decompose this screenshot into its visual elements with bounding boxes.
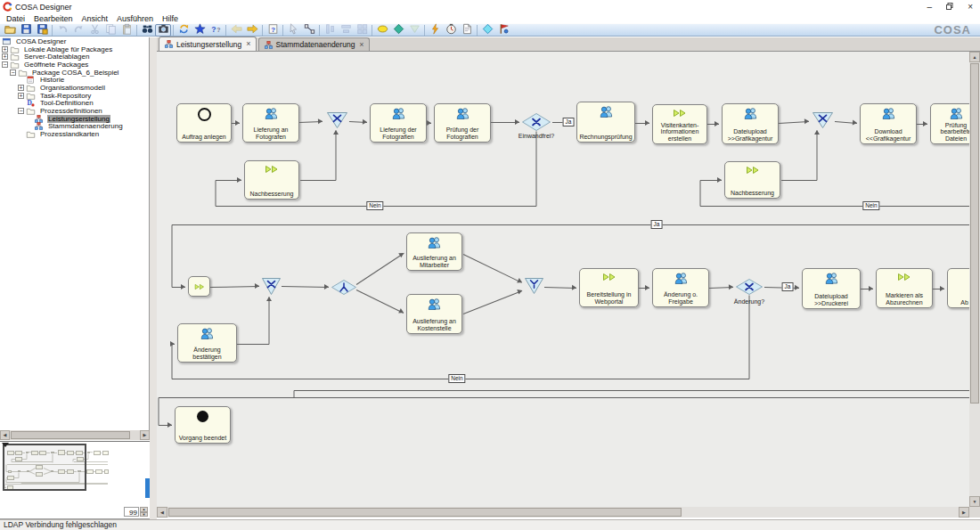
flow-node-visitenkarten-informationen-erstellen[interactable]: Visitenkarten- Informationen erstellen (652, 104, 707, 144)
tree-item-tool-definitionen[interactable]: DTool-Definitionen (0, 100, 149, 108)
scroll-down-icon[interactable]: ▼ (969, 496, 980, 507)
scroll-left-icon[interactable]: ◀ (157, 507, 167, 518)
tree-item-cosa-designer[interactable]: COSA Designer (0, 37, 149, 45)
tree-item-prozesslandkarten[interactable]: Prozesslandkarten (0, 130, 149, 138)
restore-button[interactable] (946, 3, 953, 12)
refresh-button[interactable] (176, 24, 192, 37)
flow-node-subprozess-klein[interactable] (188, 276, 210, 297)
tree-item-ge-ffnete-packages[interactable]: −Geöffnete Packages (0, 61, 149, 69)
tab-leistungserstellung[interactable]: Leistungserstellung× (159, 37, 257, 51)
flow-node-pruefung-bearbeitete-dateien[interactable]: Prüfung bearbeitete Dateien (930, 103, 969, 144)
forward-button[interactable] (244, 24, 260, 37)
edge-condition-label[interactable]: Nein (448, 374, 465, 383)
tree-item-prozessdefinitionen[interactable]: −Prozessdefinitionen (0, 107, 149, 115)
flow-node-vorgang-beendet[interactable]: Vorgang beendet (175, 406, 231, 444)
open-button[interactable] (2, 24, 18, 37)
add-transition-button[interactable] (390, 24, 406, 37)
menu-ansicht[interactable]: Ansicht (78, 14, 113, 23)
tree-item-lokale-ablage-f-r-packages[interactable]: +Lokale Ablage für Packages (0, 45, 149, 53)
flow-gateway-gw-aenderung[interactable] (736, 279, 763, 295)
flow-node-auftrag-anlegen[interactable]: Auftrag anlegen (176, 103, 232, 143)
menu-bearbeiten[interactable]: Bearbeiten (29, 14, 78, 23)
menu-hilfe[interactable]: Hilfe (158, 14, 183, 23)
flow-node-aenderung-o-freigabe[interactable]: Änderung o. Freigabe (652, 268, 709, 307)
edge-condition-label[interactable]: Ja (782, 282, 794, 291)
tree-item-task-repository[interactable]: +Task-Repository (0, 92, 149, 100)
flow-node-dateiupload-druckerei[interactable]: Dateiupload >>Druckerei (802, 268, 861, 309)
add-note-button[interactable] (459, 24, 475, 37)
tree-expander-icon[interactable]: − (18, 108, 24, 114)
scroll-right-icon[interactable]: ▶ (140, 430, 150, 440)
tree-expander-icon[interactable]: − (2, 61, 8, 68)
hscroll-thumb[interactable] (168, 508, 682, 517)
flow-node-bereitstellung-in-webportal[interactable]: Bereitstellung in Webportal (579, 268, 639, 307)
flow-node-ab-abgeschnitten[interactable]: Ab (947, 268, 969, 308)
tree-expander-icon[interactable]: + (18, 93, 24, 99)
flow-node-nachbesserung-2[interactable]: Nachbesserung (724, 161, 780, 199)
tab-stammdatenaenderung[interactable]: Stammdatenaenderung× (258, 37, 370, 51)
flow-node-lieferung-der-fotografien[interactable]: Lieferung der Fotografien (370, 103, 427, 143)
edge-condition-label[interactable]: Nein (366, 201, 383, 210)
flow-gateway-gw-x3[interactable] (262, 278, 281, 295)
tree-item-leistungserstellung[interactable]: Leistungserstellung (0, 115, 149, 123)
flow-gateway-gw-x2[interactable] (813, 112, 833, 128)
tab-close-icon[interactable]: × (244, 40, 250, 48)
connector-tool-button[interactable] (301, 24, 317, 37)
panel-splitter[interactable] (150, 37, 157, 519)
zoom-value-input[interactable]: 99 (124, 507, 139, 517)
menu-ausf-hren[interactable]: Ausführen (112, 14, 158, 23)
tree-item-stammdatenaenderung[interactable]: Stammdatenaenderung (0, 123, 149, 131)
flow-node-pruefung-der-fotografien[interactable]: Prüfung der Fotografien (434, 103, 491, 143)
flow-node-dateiupload-grafikagentur[interactable]: Dateiupload >>Grafikagentur (722, 103, 779, 144)
flow-node-markieren-als-abzurechnen[interactable]: Markieren als Abzurechnen (876, 268, 933, 308)
flow-node-auslieferung-an-kostenstelle[interactable]: Auslieferung an Kostenstelle (406, 294, 462, 334)
tree-item-package-cosa-6-beispiel[interactable]: −Package COSA_6_Beispiel (0, 69, 149, 77)
flow-gateway-gw-join[interactable] (525, 278, 543, 294)
edge-condition-label[interactable]: Ja (651, 220, 663, 229)
vscroll-thumb[interactable] (970, 63, 979, 404)
flow-node-download-grafikagentur[interactable]: Download <<Grafikagentur (860, 103, 917, 144)
flow-node-aenderung-bestaetigen[interactable]: Änderung bestätigen (177, 323, 237, 363)
minimap-handle-icon[interactable] (2, 443, 9, 447)
find-button[interactable] (139, 24, 155, 37)
flow-node-rechnungspruefung[interactable]: Rechnungsprüfung (576, 102, 635, 143)
flow-node-nachbesserung-1[interactable]: Nachbesserung (244, 160, 299, 200)
zoom-down-icon[interactable]: ▼ (140, 512, 148, 518)
tree-horizontal-scrollbar[interactable]: ◀ ▶ (0, 430, 150, 440)
flow-gateway-gw-einwandfrei[interactable] (522, 113, 551, 131)
process-states-button[interactable] (495, 24, 511, 37)
edge-condition-label[interactable]: Ja (563, 118, 575, 126)
scroll-up-icon[interactable]: ▲ (969, 52, 980, 62)
menu-datei[interactable]: Datei (2, 14, 29, 23)
tree-scroll-thumb[interactable] (11, 431, 130, 439)
syntax-check-button[interactable]: ?? (208, 24, 224, 37)
canvas-vertical-scrollbar[interactable]: ▲ ▼ (969, 52, 980, 507)
flow-gateway-gw-x1[interactable] (327, 112, 347, 128)
flow-node-lieferung-an-fotografen[interactable]: Lieferung an Fotografen (242, 103, 299, 143)
save-button[interactable] (18, 24, 34, 37)
minimize-button[interactable]: – (927, 3, 933, 12)
flow-node-auslieferung-an-mitarbeiter[interactable]: Auslieferung an Mitarbeiter (406, 232, 462, 271)
add-state-button[interactable] (374, 24, 390, 37)
add-event-button[interactable] (427, 24, 443, 37)
snapshot-button[interactable] (155, 24, 171, 37)
tree-expander-icon[interactable]: + (2, 53, 8, 60)
favorites-button[interactable] (192, 24, 208, 37)
help-button[interactable]: ? (265, 24, 281, 37)
scroll-left-icon[interactable]: ◀ (0, 430, 10, 440)
tree-expander-icon[interactable]: − (10, 69, 16, 76)
edge-condition-label[interactable]: Nein (862, 201, 879, 210)
tab-close-icon[interactable]: × (357, 41, 363, 49)
add-timer-button[interactable] (443, 24, 459, 37)
minimap-viewport[interactable] (3, 444, 86, 491)
tree-item-organisationsmodell[interactable]: +Organisationsmodell (0, 84, 149, 92)
tree-expander-icon[interactable]: + (18, 85, 24, 91)
canvas-horizontal-scrollbar[interactable]: ◀ ▶ (157, 507, 969, 518)
close-button[interactable]: × (968, 3, 973, 12)
flow-gateway-gw-split[interactable] (331, 280, 356, 295)
save-all-button[interactable] (34, 24, 50, 37)
check-model-button[interactable] (479, 24, 495, 37)
tree-item-server-dateiablagen[interactable]: +Server-Dateiablagen (0, 53, 149, 61)
tree-item-historie[interactable]: Historie (0, 76, 149, 84)
tree-expander-icon[interactable]: + (2, 46, 8, 53)
